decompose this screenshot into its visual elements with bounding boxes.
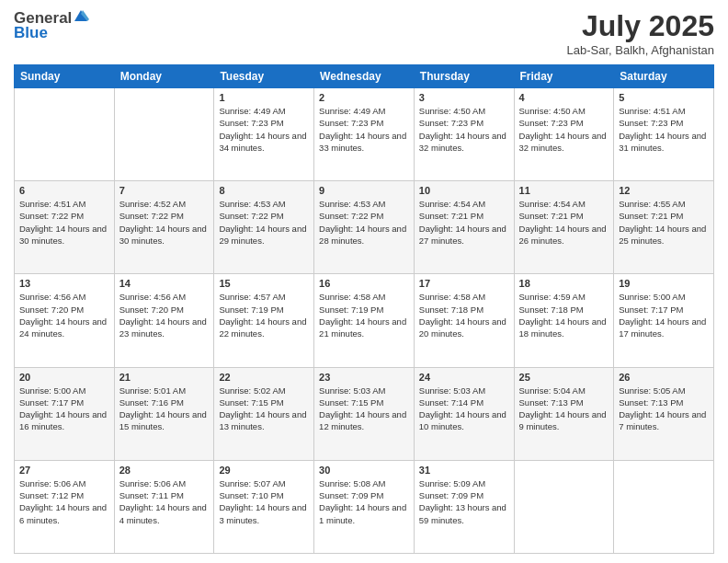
day-number: 21: [119, 372, 210, 383]
calendar-day-header: Saturday: [614, 65, 714, 88]
day-info: Sunrise: 4:53 AMSunset: 7:22 PMDaylight:…: [219, 198, 309, 247]
month-title: July 2025: [567, 9, 714, 43]
day-number: 25: [519, 372, 609, 383]
calendar-cell: 17Sunrise: 4:58 AMSunset: 7:18 PMDayligh…: [414, 274, 514, 367]
calendar-cell: 8Sunrise: 4:53 AMSunset: 7:22 PMDaylight…: [214, 181, 314, 274]
calendar-cell: [614, 460, 714, 553]
calendar-cell: 24Sunrise: 5:03 AMSunset: 7:14 PMDayligh…: [414, 367, 514, 460]
day-info: Sunrise: 5:05 AMSunset: 7:13 PMDaylight:…: [619, 385, 709, 433]
calendar-cell: 19Sunrise: 5:00 AMSunset: 7:17 PMDayligh…: [614, 274, 714, 367]
calendar-day-header: Sunday: [15, 65, 115, 88]
location: Lab-Sar, Balkh, Afghanistan: [567, 43, 714, 57]
calendar-cell: 13Sunrise: 4:56 AMSunset: 7:20 PMDayligh…: [15, 274, 115, 367]
day-number: 12: [619, 185, 709, 196]
day-info: Sunrise: 4:56 AMSunset: 7:20 PMDaylight:…: [19, 291, 109, 339]
day-number: 30: [319, 465, 409, 476]
day-info: Sunrise: 4:54 AMSunset: 7:21 PMDaylight:…: [519, 198, 609, 247]
day-info: Sunrise: 4:50 AMSunset: 7:23 PMDaylight:…: [419, 105, 509, 154]
calendar-cell: [514, 460, 614, 553]
calendar-day-header: Wednesday: [314, 65, 415, 88]
day-number: 26: [619, 372, 709, 383]
calendar-day-header: Thursday: [414, 65, 514, 88]
calendar-cell: 14Sunrise: 4:56 AMSunset: 7:20 PMDayligh…: [114, 274, 214, 367]
day-number: 8: [219, 185, 309, 196]
day-info: Sunrise: 4:58 AMSunset: 7:18 PMDaylight:…: [419, 291, 509, 339]
day-number: 3: [419, 92, 509, 103]
day-number: 5: [619, 92, 709, 103]
day-info: Sunrise: 5:00 AMSunset: 7:17 PMDaylight:…: [619, 291, 709, 339]
day-info: Sunrise: 5:01 AMSunset: 7:16 PMDaylight:…: [119, 385, 210, 433]
logo-block: General Blue: [14, 9, 89, 42]
day-info: Sunrise: 4:57 AMSunset: 7:19 PMDaylight:…: [219, 291, 309, 339]
calendar-week-row: 13Sunrise: 4:56 AMSunset: 7:20 PMDayligh…: [15, 274, 714, 367]
title-block: July 2025 Lab-Sar, Balkh, Afghanistan: [567, 9, 714, 57]
day-number: 23: [319, 372, 409, 383]
page: General Blue July 2025 Lab-Sar, Balkh, A…: [0, 0, 728, 563]
day-number: 28: [119, 465, 210, 476]
day-info: Sunrise: 4:56 AMSunset: 7:20 PMDaylight:…: [119, 291, 210, 339]
calendar-cell: 2Sunrise: 4:49 AMSunset: 7:23 PMDaylight…: [314, 88, 415, 181]
calendar-week-row: 1Sunrise: 4:49 AMSunset: 7:23 PMDaylight…: [15, 88, 714, 181]
calendar-cell: [15, 88, 115, 181]
day-info: Sunrise: 5:02 AMSunset: 7:15 PMDaylight:…: [219, 385, 309, 433]
day-info: Sunrise: 4:55 AMSunset: 7:21 PMDaylight:…: [619, 198, 709, 247]
calendar-day-header: Friday: [514, 65, 614, 88]
calendar-cell: 30Sunrise: 5:08 AMSunset: 7:09 PMDayligh…: [314, 460, 415, 553]
day-number: 31: [419, 465, 509, 476]
day-number: 4: [519, 92, 609, 103]
calendar-cell: 16Sunrise: 4:58 AMSunset: 7:19 PMDayligh…: [314, 274, 415, 367]
calendar-cell: 15Sunrise: 4:57 AMSunset: 7:19 PMDayligh…: [214, 274, 314, 367]
calendar-week-row: 6Sunrise: 4:51 AMSunset: 7:22 PMDaylight…: [15, 181, 714, 274]
day-info: Sunrise: 4:52 AMSunset: 7:22 PMDaylight:…: [119, 198, 210, 247]
day-info: Sunrise: 4:49 AMSunset: 7:23 PMDaylight:…: [319, 105, 409, 154]
calendar-cell: 9Sunrise: 4:53 AMSunset: 7:22 PMDaylight…: [314, 181, 415, 274]
day-info: Sunrise: 5:03 AMSunset: 7:15 PMDaylight:…: [319, 385, 409, 433]
day-info: Sunrise: 5:09 AMSunset: 7:09 PMDaylight:…: [419, 477, 509, 526]
calendar-week-row: 20Sunrise: 5:00 AMSunset: 7:17 PMDayligh…: [15, 367, 714, 460]
calendar-cell: 31Sunrise: 5:09 AMSunset: 7:09 PMDayligh…: [414, 460, 514, 553]
day-number: 7: [119, 185, 210, 196]
day-info: Sunrise: 5:00 AMSunset: 7:17 PMDaylight:…: [19, 385, 109, 433]
day-info: Sunrise: 5:04 AMSunset: 7:13 PMDaylight:…: [519, 385, 609, 433]
day-number: 17: [419, 278, 509, 289]
day-info: Sunrise: 4:51 AMSunset: 7:22 PMDaylight:…: [19, 198, 109, 247]
day-info: Sunrise: 4:53 AMSunset: 7:22 PMDaylight:…: [319, 198, 409, 247]
day-number: 19: [619, 278, 709, 289]
logo-icon: [73, 8, 89, 25]
logo-blue-text: Blue: [14, 24, 48, 42]
calendar-week-row: 27Sunrise: 5:06 AMSunset: 7:12 PMDayligh…: [15, 460, 714, 553]
calendar-cell: 11Sunrise: 4:54 AMSunset: 7:21 PMDayligh…: [514, 181, 614, 274]
calendar-day-header: Tuesday: [214, 65, 314, 88]
day-info: Sunrise: 5:03 AMSunset: 7:14 PMDaylight:…: [419, 385, 509, 433]
header: General Blue July 2025 Lab-Sar, Balkh, A…: [14, 9, 714, 57]
day-number: 27: [19, 465, 109, 476]
calendar-cell: [114, 88, 214, 181]
day-number: 18: [519, 278, 609, 289]
calendar-cell: 22Sunrise: 5:02 AMSunset: 7:15 PMDayligh…: [214, 367, 314, 460]
day-info: Sunrise: 4:58 AMSunset: 7:19 PMDaylight:…: [319, 291, 409, 339]
day-info: Sunrise: 4:51 AMSunset: 7:23 PMDaylight:…: [619, 105, 709, 154]
day-info: Sunrise: 4:59 AMSunset: 7:18 PMDaylight:…: [519, 291, 609, 339]
calendar-cell: 25Sunrise: 5:04 AMSunset: 7:13 PMDayligh…: [514, 367, 614, 460]
day-number: 10: [419, 185, 509, 196]
day-number: 1: [219, 92, 309, 103]
calendar-day-header: Monday: [114, 65, 214, 88]
calendar-header-row: SundayMondayTuesdayWednesdayThursdayFrid…: [15, 65, 714, 88]
day-number: 11: [519, 185, 609, 196]
calendar-cell: 4Sunrise: 4:50 AMSunset: 7:23 PMDaylight…: [514, 88, 614, 181]
calendar-cell: 18Sunrise: 4:59 AMSunset: 7:18 PMDayligh…: [514, 274, 614, 367]
day-info: Sunrise: 5:08 AMSunset: 7:09 PMDaylight:…: [319, 477, 409, 526]
day-info: Sunrise: 4:54 AMSunset: 7:21 PMDaylight:…: [419, 198, 509, 247]
day-number: 2: [319, 92, 409, 103]
calendar-cell: 23Sunrise: 5:03 AMSunset: 7:15 PMDayligh…: [314, 367, 415, 460]
day-number: 13: [19, 278, 109, 289]
day-number: 6: [19, 185, 109, 196]
calendar-cell: 21Sunrise: 5:01 AMSunset: 7:16 PMDayligh…: [114, 367, 214, 460]
day-info: Sunrise: 5:06 AMSunset: 7:11 PMDaylight:…: [119, 477, 210, 526]
day-number: 22: [219, 372, 309, 383]
calendar-cell: 20Sunrise: 5:00 AMSunset: 7:17 PMDayligh…: [15, 367, 115, 460]
day-number: 15: [219, 278, 309, 289]
calendar-cell: 29Sunrise: 5:07 AMSunset: 7:10 PMDayligh…: [214, 460, 314, 553]
calendar-cell: 27Sunrise: 5:06 AMSunset: 7:12 PMDayligh…: [15, 460, 115, 553]
calendar-cell: 26Sunrise: 5:05 AMSunset: 7:13 PMDayligh…: [614, 367, 714, 460]
